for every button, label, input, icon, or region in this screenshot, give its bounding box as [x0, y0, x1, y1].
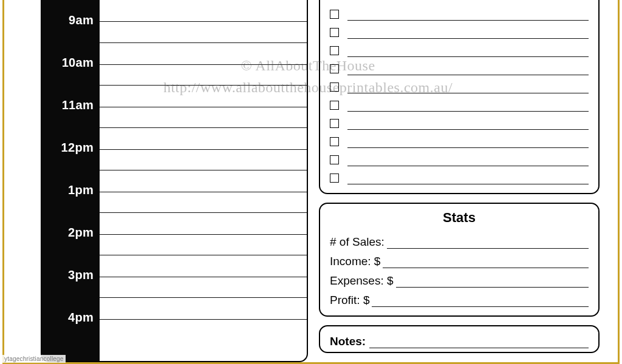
write-line[interactable]	[347, 39, 589, 57]
stat-label: Profit: $	[330, 294, 372, 307]
write-line[interactable]	[347, 2, 589, 21]
write-line[interactable]	[347, 148, 589, 166]
schedule-lines	[100, 0, 307, 361]
write-line[interactable]	[387, 229, 589, 249]
write-line[interactable]	[347, 93, 589, 112]
checkbox-icon[interactable]	[330, 119, 339, 128]
time-label: 11am	[42, 98, 94, 112]
checkbox-icon[interactable]	[330, 10, 339, 19]
time-labels-column: 9am 10am 11am 12pm 1pm 2pm 3pm 4pm	[42, 0, 100, 361]
half-hour-line	[100, 21, 307, 22]
checkbox-icon[interactable]	[330, 83, 339, 92]
checklist-card	[319, 0, 600, 194]
checklist-row[interactable]	[330, 93, 589, 112]
right-column: Stats # of Sales: Income: $ Expenses: $ …	[319, 0, 600, 362]
write-line[interactable]	[347, 166, 589, 184]
schedule-row[interactable]	[100, 170, 307, 212]
schedule-row[interactable]	[100, 0, 307, 42]
checklist-row[interactable]	[330, 130, 589, 148]
half-hour-line	[100, 107, 307, 107]
write-line[interactable]	[347, 21, 589, 39]
write-line[interactable]	[396, 268, 589, 288]
time-label: 1pm	[42, 183, 94, 197]
checklist-row[interactable]	[330, 57, 589, 75]
write-line[interactable]	[347, 75, 589, 93]
schedule-row[interactable]	[100, 85, 307, 127]
stat-label: Income: $	[330, 255, 383, 268]
checklist-row[interactable]	[330, 75, 589, 93]
stat-label: Expenses: $	[330, 274, 396, 288]
checklist-row[interactable]	[330, 39, 589, 57]
write-line[interactable]	[372, 288, 589, 307]
stat-line-profit[interactable]: Profit: $	[330, 288, 589, 307]
half-hour-line	[100, 64, 307, 65]
checkbox-icon[interactable]	[330, 101, 339, 110]
checklist-row[interactable]	[330, 166, 589, 184]
page: 9am 10am 11am 12pm 1pm 2pm 3pm 4pm	[41, 0, 600, 362]
half-hour-line	[100, 192, 307, 192]
checklist-row[interactable]	[330, 112, 589, 130]
half-hour-line	[100, 277, 307, 277]
half-hour-line	[100, 234, 307, 235]
notes-title: Notes:	[330, 335, 366, 348]
write-line[interactable]	[369, 332, 589, 348]
time-label: 2pm	[42, 226, 94, 240]
stats-card: Stats # of Sales: Income: $ Expenses: $ …	[319, 203, 600, 317]
schedule-row[interactable]	[100, 127, 307, 170]
checkbox-icon[interactable]	[330, 174, 339, 183]
stat-label: # of Sales:	[330, 235, 387, 249]
time-label: 3pm	[42, 268, 94, 282]
checklist-row[interactable]	[330, 148, 589, 166]
schedule-row[interactable]	[100, 212, 307, 255]
outer-frame: 9am 10am 11am 12pm 1pm 2pm 3pm 4pm	[2, 0, 620, 364]
write-line[interactable]	[347, 130, 589, 148]
checkbox-icon[interactable]	[330, 28, 339, 37]
schedule-column: 9am 10am 11am 12pm 1pm 2pm 3pm 4pm	[41, 0, 308, 362]
stat-line-income[interactable]: Income: $	[330, 249, 589, 268]
half-hour-line	[100, 319, 307, 320]
write-line[interactable]	[347, 57, 589, 75]
checklist-row[interactable]	[330, 21, 589, 39]
checkbox-icon[interactable]	[330, 137, 339, 146]
checklist-row[interactable]	[330, 2, 589, 21]
time-label: 12pm	[42, 141, 94, 155]
schedule-row[interactable]	[100, 255, 307, 297]
schedule-card: 9am 10am 11am 12pm 1pm 2pm 3pm 4pm	[41, 0, 308, 362]
write-line[interactable]	[347, 112, 589, 130]
columns: 9am 10am 11am 12pm 1pm 2pm 3pm 4pm	[41, 0, 600, 362]
half-hour-line	[100, 149, 307, 150]
checkbox-icon[interactable]	[330, 46, 339, 55]
corner-tag: ytagechristiancollege	[2, 355, 66, 363]
stat-line-expenses[interactable]: Expenses: $	[330, 268, 589, 288]
time-label: 10am	[42, 56, 94, 70]
checkbox-icon[interactable]	[330, 155, 339, 164]
notes-card: Notes:	[319, 325, 600, 353]
write-line[interactable]	[383, 249, 589, 268]
schedule-row[interactable]	[100, 297, 307, 340]
schedule-row[interactable]	[100, 42, 307, 85]
stat-line-sales[interactable]: # of Sales:	[330, 229, 589, 249]
time-label: 9am	[42, 13, 94, 27]
checkbox-icon[interactable]	[330, 64, 339, 73]
stats-title: Stats	[330, 210, 589, 226]
time-label: 4pm	[42, 311, 94, 325]
